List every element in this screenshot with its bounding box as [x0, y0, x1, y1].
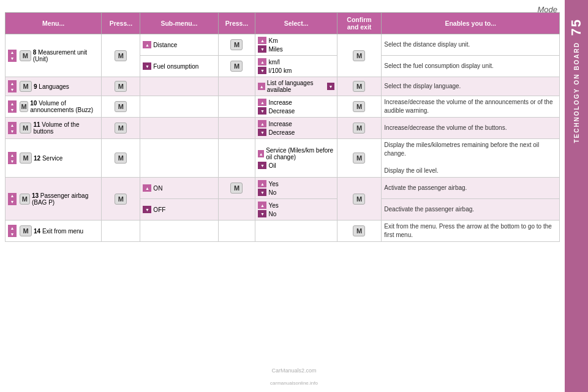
m-button-13[interactable]: M	[20, 194, 30, 205]
sel-arrow-down-lang[interactable]: ▼	[327, 83, 334, 90]
menu-arrows-13[interactable]: ▲ ▼	[8, 193, 17, 205]
arrow-up-9[interactable]: ▲	[8, 80, 17, 86]
m-btn-confirm-9[interactable]: M	[353, 81, 365, 92]
m-button-11[interactable]: M	[20, 123, 31, 134]
m-button-press-10[interactable]: M	[115, 101, 127, 112]
press-cell-9: M	[102, 77, 140, 96]
arrow-down-12[interactable]: ▼	[8, 158, 17, 164]
m-button-9[interactable]: M	[20, 81, 32, 92]
sub-arrow-up-on[interactable]: ▲	[143, 184, 151, 192]
m-button-press-13[interactable]: M	[115, 194, 127, 205]
table-row: ▲ ▼ M 11 Volume of the buttons M ▲ Incr	[6, 118, 560, 139]
m-button-press-11[interactable]: M	[115, 123, 127, 134]
sel-arrow-up-inc11[interactable]: ▲	[258, 120, 266, 127]
sel-arrow-up-svc[interactable]: ▲	[258, 150, 264, 157]
sel-arrow-up-inc10[interactable]: ▲	[258, 99, 266, 106]
arrow-up-10[interactable]: ▲	[8, 100, 17, 107]
menu-arrows-11[interactable]: ▲ ▼	[8, 122, 17, 134]
m-btn-distance[interactable]: M	[230, 39, 243, 50]
select-languages: ▲ List of languages available ▼	[255, 77, 337, 96]
sel-arrow-down-l100[interactable]: ▼	[258, 67, 266, 74]
select-no-2: No	[268, 211, 276, 217]
table-row: ▲ ▼ M 9 Languages M ▲ List of languages	[6, 77, 560, 96]
submenu-exit	[140, 221, 218, 242]
enables-fuel: Select the fuel consumption display unit…	[382, 56, 560, 77]
enables-languages: Select the display language.	[382, 77, 560, 96]
select-decrease-10: Decrease	[268, 108, 295, 115]
sel-arrow-down-dec11[interactable]: ▼	[258, 129, 266, 136]
arrow-up-12[interactable]: ▲	[8, 152, 17, 158]
menu-cell-11: ▲ ▼ M 11 Volume of the buttons	[6, 118, 102, 139]
sub-arrow-down-off[interactable]: ▼	[143, 206, 151, 213]
sel-arrow-up-yes1[interactable]: ▲	[258, 180, 266, 187]
sel-arrow-up-yes2[interactable]: ▲	[258, 202, 266, 209]
sel-arrow-down-no2[interactable]: ▼	[258, 210, 266, 217]
sel-arrow-down-miles[interactable]: ▼	[258, 45, 266, 53]
m-button-press-8[interactable]: M	[115, 50, 127, 61]
confirm-cell-9: M	[337, 77, 382, 96]
menu-arrows-8[interactable]: ▲ ▼	[8, 50, 17, 62]
m-button-8[interactable]: M	[20, 50, 31, 61]
m-button-press-9[interactable]: M	[115, 81, 127, 92]
submenu-fuel: ▼ Fuel onsumption	[140, 56, 218, 77]
arrow-down-8[interactable]: ▼	[8, 56, 17, 62]
table-row: ▲ ▼ M 10 Volume of announcements (Buzz) …	[6, 96, 560, 118]
menu-cell-8: ▲ ▼ M 8 Measurement unit (Unit)	[6, 34, 102, 77]
arrow-down-11[interactable]: ▼	[8, 128, 17, 134]
arrow-down-9[interactable]: ▼	[8, 86, 17, 92]
sel-arrow-up-km[interactable]: ▲	[258, 37, 266, 44]
m-btn-confirm-14[interactable]: M	[353, 225, 365, 236]
menu-label-9: 9 Languages	[34, 83, 69, 90]
select-no-1: No	[268, 189, 276, 196]
sel-arrow-up-kml[interactable]: ▲	[258, 58, 266, 66]
m-btn-confirm-10[interactable]: M	[353, 101, 365, 112]
m-button-14[interactable]: M	[20, 225, 32, 236]
arrow-up-11[interactable]: ▲	[8, 122, 17, 128]
arrow-up-14[interactable]: ▲	[8, 225, 17, 231]
sel-arrow-down-oil[interactable]: ▼	[258, 162, 266, 169]
submenu-service	[140, 139, 218, 178]
m-btn-confirm-13[interactable]: M	[353, 194, 365, 205]
arrow-up-13[interactable]: ▲	[8, 193, 17, 199]
select-increase-11: Increase	[268, 121, 292, 127]
select-miles: Miles	[268, 46, 282, 53]
sel-arrow-down-no1[interactable]: ▼	[258, 189, 266, 196]
menu-arrows-12[interactable]: ▲ ▼	[8, 152, 17, 164]
m-button-10[interactable]: M	[20, 101, 28, 112]
arrow-up-8[interactable]: ▲	[8, 50, 17, 56]
m-button-press-12[interactable]: M	[115, 153, 127, 164]
select-kml: km/l	[268, 59, 279, 66]
enables-vol-btn: Increase/decrease the volume of the butt…	[382, 118, 560, 139]
arrow-down-10[interactable]: ▼	[8, 107, 17, 113]
arrow-down-14[interactable]: ▼	[8, 231, 17, 237]
menu-arrows-9[interactable]: ▲ ▼	[8, 80, 17, 92]
select-buzz: ▲ Increase ▼ Decrease	[255, 96, 337, 118]
m-btn-confirm-12[interactable]: M	[353, 153, 365, 164]
select-distance: ▲ Km ▼ Miles	[255, 34, 337, 56]
press-cell-13: M	[102, 178, 140, 221]
confirm-cell-10: M	[337, 96, 382, 118]
submenu-label-on: ON	[153, 185, 162, 192]
menu-arrows-14[interactable]: ▲ ▼	[8, 225, 17, 237]
confirm-cell-13: M	[337, 178, 382, 221]
submenu-airbag-on: ▲ ON	[140, 178, 218, 199]
m-button-12[interactable]: M	[20, 153, 32, 164]
menu-arrows-10[interactable]: ▲ ▼	[8, 100, 17, 113]
sel-arrow-up-lang[interactable]: ▲	[258, 83, 265, 90]
sub-arrow-down-fuel[interactable]: ▼	[143, 62, 151, 70]
arrow-down-13[interactable]: ▼	[8, 199, 17, 205]
select-fuel: ▲ km/l ▼ l/100 km	[255, 56, 337, 77]
submenu-label-fuel: Fuel onsumption	[153, 63, 198, 70]
m-btn-fuel[interactable]: M	[230, 61, 243, 72]
menu-label-8: 8 Measurement unit (Unit)	[33, 49, 99, 62]
menu-cell-12: ▲ ▼ M 12 Service	[6, 139, 102, 178]
header-select: Select...	[255, 13, 337, 34]
sel-arrow-down-dec10[interactable]: ▼	[258, 107, 266, 115]
m-btn-confirm-11[interactable]: M	[353, 123, 365, 134]
m-btn-on[interactable]: M	[230, 183, 243, 194]
press-submenu-distance: M	[218, 34, 255, 56]
sub-arrow-up-distance[interactable]: ▲	[143, 41, 151, 48]
m-btn-confirm-8[interactable]: M	[353, 50, 365, 61]
press-submenu-airbag-off	[218, 199, 255, 221]
main-table: Menu... Press... Sub-menu... Press... Se…	[5, 12, 560, 242]
